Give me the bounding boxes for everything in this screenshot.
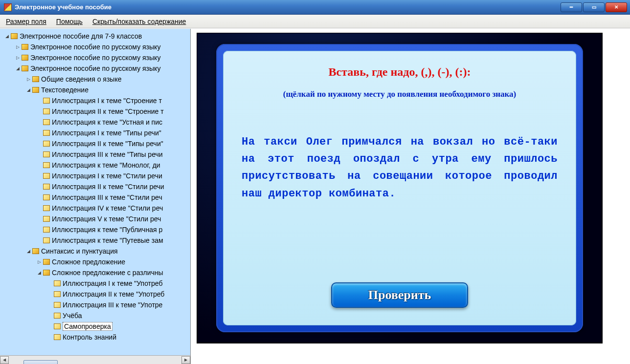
tree-node[interactable]: Сложное предложение с различны	[52, 269, 163, 277]
tree-node[interactable]: Электронное пособие по русскому языку	[30, 54, 160, 62]
tree-leaf[interactable]: Иллюстрация к теме "Монолог, ди	[52, 161, 160, 169]
tree-leaf[interactable]: Учёба	[63, 312, 82, 320]
book-icon	[43, 259, 50, 265]
book-icon	[22, 55, 28, 61]
content-viewer: Вставь, где надо, (,), (-), (:): (щёлкай…	[191, 29, 630, 364]
expand-icon[interactable]: ◢	[15, 65, 21, 71]
toc-tree[interactable]: ◢ Электронное пособие для 7-9 классов ▷ …	[0, 29, 190, 355]
expand-icon[interactable]: ▷	[15, 55, 21, 61]
scroll-thumb[interactable]	[23, 360, 58, 364]
tree-node[interactable]: Электронное пособие по русскому языку	[30, 64, 160, 72]
maximize-button[interactable]: ▭	[583, 2, 605, 12]
book-icon	[43, 270, 50, 276]
expand-icon[interactable]: ▷	[15, 44, 21, 50]
page-icon	[43, 194, 50, 200]
tree-leaf[interactable]: Самопроверка	[63, 322, 112, 331]
tree-leaf[interactable]: Иллюстрация III к теме "Употре	[63, 301, 162, 309]
expand-icon[interactable]: ◢	[36, 270, 42, 276]
tree-leaf[interactable]: Иллюстрация II к теме "Типы речи"	[52, 140, 163, 148]
tree-leaf[interactable]: Иллюстрация III к теме "Типы речи	[52, 150, 163, 158]
tree-leaf[interactable]: Иллюстрация II к теме "Стили речи	[52, 183, 164, 191]
tree-node[interactable]: Сложное предложение	[52, 258, 125, 266]
check-button-label: Проверить	[368, 288, 431, 302]
page-icon	[54, 302, 61, 308]
task-title: Вставь, где надо, (,), (-), (:):	[237, 65, 562, 79]
sidebar-hscrollbar[interactable]: ◀ ▶	[0, 355, 190, 364]
scroll-left-button[interactable]: ◀	[0, 356, 9, 364]
page-icon	[43, 130, 50, 136]
page-icon	[43, 151, 50, 157]
tree-node[interactable]: Общие сведения о языке	[41, 75, 121, 83]
menu-toggle-toc[interactable]: Скрыть/показать содержание	[90, 17, 189, 26]
page-icon	[54, 280, 61, 286]
expand-icon[interactable]: ▷	[36, 259, 42, 265]
expand-icon[interactable]: ▷	[25, 76, 31, 82]
expand-icon[interactable]: ◢	[25, 248, 31, 254]
lesson-stage: Вставь, где надо, (,), (-), (:): (щёлкай…	[197, 33, 603, 343]
tree-leaf[interactable]: Иллюстрация I к теме "Строение т	[52, 97, 162, 105]
card-body: Вставь, где надо, (,), (-), (:): (щёлкай…	[223, 51, 576, 325]
book-icon	[11, 33, 18, 39]
scroll-right-button[interactable]: ▶	[181, 356, 190, 364]
window-title: Электронное учебное пособие	[15, 3, 561, 11]
check-button[interactable]: Проверить	[331, 282, 468, 308]
tree-leaf[interactable]: Иллюстрация II к теме "Строение т	[52, 107, 164, 115]
tree-node[interactable]: Электронное пособие по русскому языку	[30, 43, 160, 51]
tree-leaf[interactable]: Контроль знаний	[63, 333, 116, 341]
page-icon	[43, 141, 50, 147]
tree-leaf[interactable]: Иллюстрация II к теме "Употреб	[63, 290, 164, 298]
page-icon	[43, 108, 50, 114]
card-frame: Вставь, где надо, (,), (-), (:): (щёлкай…	[216, 44, 583, 332]
book-icon	[32, 76, 39, 82]
book-icon	[22, 44, 28, 50]
page-icon	[54, 323, 61, 329]
page-icon	[54, 334, 61, 340]
tree-leaf[interactable]: Иллюстрация IV к теме "Стили реч	[52, 204, 163, 212]
tree-leaf[interactable]: Иллюстрация V к теме "Стили реч	[52, 215, 161, 223]
page-icon	[43, 162, 50, 168]
page-icon	[43, 216, 50, 222]
page-icon	[43, 119, 50, 125]
tree-leaf[interactable]: Иллюстрация к теме "Путевые зам	[52, 236, 163, 244]
minimize-button[interactable]: ━	[561, 2, 582, 12]
book-icon	[22, 65, 28, 71]
page-icon	[43, 237, 50, 243]
tree-node-root[interactable]: Электронное пособие для 7-9 классов	[20, 32, 142, 40]
toc-sidebar: ◢ Электронное пособие для 7-9 классов ▷ …	[0, 29, 191, 364]
menubar: Размер поля Помощь Скрыть/показать содер…	[0, 15, 630, 28]
page-icon	[54, 291, 61, 297]
book-icon	[32, 248, 39, 254]
tree-node[interactable]: Текстоведение	[41, 86, 89, 94]
tree-leaf[interactable]: Иллюстрация I к теме "Типы речи"	[52, 129, 161, 137]
expand-icon[interactable]: ◢	[4, 33, 10, 39]
tree-leaf[interactable]: Иллюстрация I к теме "Стили речи	[52, 172, 162, 180]
menu-field-size[interactable]: Размер поля	[3, 17, 49, 26]
page-icon	[43, 173, 50, 179]
page-icon	[43, 184, 50, 190]
page-icon	[43, 98, 50, 104]
tree-node[interactable]: Синтаксис и пунктуация	[41, 247, 118, 255]
window-titlebar: Электронное учебное пособие ━ ▭ ✕	[0, 0, 630, 15]
tree-leaf[interactable]: Иллюстрация III к теме "Стили реч	[52, 193, 162, 201]
page-icon	[43, 227, 50, 233]
task-text[interactable]: На такси Олег примчался на вокзал но всё…	[237, 133, 562, 202]
task-hint: (щёлкай по нужному месту до появления не…	[237, 89, 562, 99]
page-icon	[43, 205, 50, 211]
expand-icon[interactable]: ◢	[25, 87, 31, 93]
tree-leaf[interactable]: Иллюстрация I к теме "Употреб	[63, 279, 162, 287]
app-icon	[4, 3, 12, 11]
page-icon	[54, 313, 61, 319]
tree-leaf[interactable]: Иллюстрация к теме "Устная и пис	[52, 118, 162, 126]
close-button[interactable]: ✕	[606, 2, 627, 12]
book-icon	[32, 87, 39, 93]
menu-help[interactable]: Помощь	[53, 17, 86, 26]
tree-leaf[interactable]: Иллюстрация к теме "Публичная р	[52, 226, 162, 234]
